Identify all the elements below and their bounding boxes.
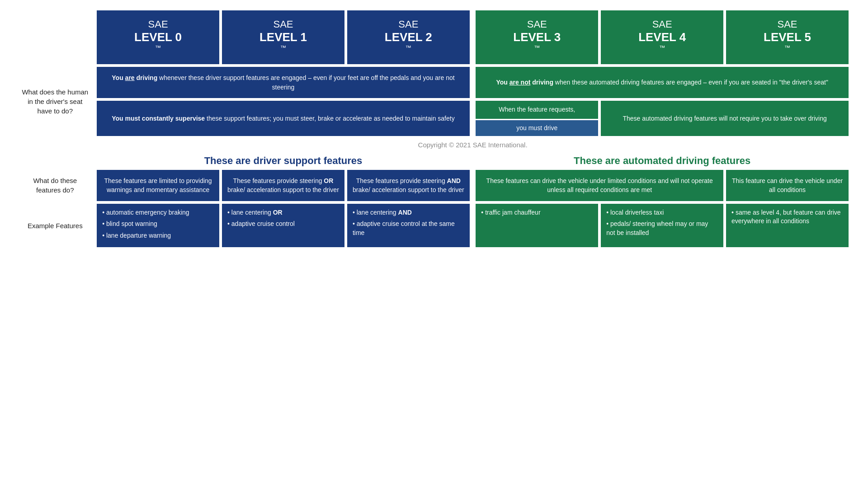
level0-example-2: lane departure warning [102,231,214,240]
level4-label: LEVEL 4 [605,30,719,44]
human-row-2: You must constantly supervise these supp… [18,99,850,137]
human-row-1: What does the human in the driver's seat… [18,66,850,99]
level0-tm: ™ [155,44,161,51]
automated-label: These are automated driving features [474,150,850,169]
example-features-row: Example Features automatic emergency bra… [18,202,850,249]
level2-example-0: lane centering AND [353,208,464,217]
level2-header: SAELEVEL 2™ [346,9,471,66]
not-require-driving-cell: These automated driving features will no… [599,99,850,137]
level2-label: LEVEL 2 [352,30,465,44]
level34-features-do: These features can drive the vehicle und… [474,169,725,202]
level5-label: LEVEL 5 [731,30,844,44]
level4-tm: ™ [659,44,665,51]
example-features-label: Example Features [18,202,92,249]
level5-example-list: same as level 4, but feature can drive e… [731,208,843,226]
level4-example-0: local driverless taxi [606,208,718,217]
level3-label: LEVEL 3 [480,30,594,44]
level3-nested-table: When the feature requests, you must driv… [476,101,598,136]
level3-examples: traffic jam chauffeur [474,202,599,249]
nested-top-row: When the feature requests, [476,101,598,119]
level1-examples: lane centering OR adaptive cruise contro… [221,202,346,249]
you-are-driving-text: You are driving whenever these driver su… [112,74,454,90]
level2-features-do-text: These features provide steering AND brak… [353,177,464,193]
you-are-not-driving-text: You are not driving when these automated… [496,79,828,86]
level5-features-do: This feature can drive the vehicle under… [725,169,850,202]
level4-header: SAELEVEL 4™ [599,9,725,66]
level1-example-list: lane centering OR adaptive cruise contro… [227,208,339,229]
level4-example-list: local driverless taxi pedals/ steering w… [606,208,718,238]
features-do-row: What do these features do? These feature… [18,169,850,202]
header-row: SAELEVEL 0™ SAELEVEL 1™ SAELEVEL 2™ SAEL… [18,9,850,66]
level3-example-list: traffic jam chauffeur [481,208,593,217]
level1-features-do: These features provide steering OR brake… [221,169,346,202]
must-supervise-cell: You must constantly supervise these supp… [95,99,471,137]
level4-example-1: pedals/ steering wheel may or may not be… [606,220,718,237]
level2-examples: lane centering AND adaptive cruise contr… [346,202,471,249]
nested-bottom-row: you must drive [476,119,598,136]
level1-features-do-text: These features provide steering OR brake… [227,177,339,193]
level1-header: SAELEVEL 1™ [221,9,346,66]
level2-example-list: lane centering AND adaptive cruise contr… [353,208,464,238]
level5-example-0: same as level 4, but feature can drive e… [731,208,843,226]
human-seat-label: What does the human in the driver's seat… [18,66,92,137]
level1-example-0: lane centering OR [227,208,339,217]
level1-example-1: adaptive cruise control [227,220,339,229]
level2-tm: ™ [406,44,411,51]
level0-header: SAELEVEL 0™ [95,9,221,66]
you-are-driving-cell: You are driving whenever these driver su… [95,66,471,99]
level3-human-cell: When the feature requests, you must driv… [474,99,599,137]
level5-header: SAELEVEL 5™ [725,9,850,66]
sae-levels-table: SAELEVEL 0™ SAELEVEL 1™ SAELEVEL 2™ SAEL… [18,9,850,249]
level1-label: LEVEL 1 [226,30,340,44]
level0-example-list: automatic emergency braking blind spot w… [102,208,214,240]
level2-features-do: These features provide steering AND brak… [346,169,471,202]
driver-support-label: These are driver support features [95,150,471,169]
level3-header: SAELEVEL 3™ [474,9,599,66]
feature-requests-text: When the feature requests, [476,101,598,119]
section-header-row: These are driver support features These … [18,150,850,169]
copyright-row: Copyright © 2021 SAE International. [18,137,850,150]
level0-example-1: blind spot warning [102,220,214,229]
level1-tm: ™ [280,44,286,51]
level3-tm: ™ [534,44,540,51]
copyright-text: Copyright © 2021 SAE International. [95,137,850,150]
level5-tm: ™ [784,44,790,51]
level5-examples: same as level 4, but feature can drive e… [725,202,850,249]
you-are-not-driving-cell: You are not driving when these automated… [474,66,850,99]
level0-examples: automatic emergency braking blind spot w… [95,202,221,249]
level0-label: LEVEL 0 [101,30,215,44]
you-must-drive-text: you must drive [476,119,598,136]
level0-example-0: automatic emergency braking [102,208,214,217]
must-supervise-text: You must constantly supervise these supp… [112,115,454,122]
features-do-label: What do these features do? [18,169,92,202]
level4-examples: local driverless taxi pedals/ steering w… [599,202,725,249]
not-require-driving-text: These automated driving features will no… [623,115,826,122]
level3-example-0: traffic jam chauffeur [481,208,593,217]
level0-features-do: These features are limited to providing … [95,169,221,202]
level2-example-1: adaptive cruise control at the same time [353,220,464,237]
